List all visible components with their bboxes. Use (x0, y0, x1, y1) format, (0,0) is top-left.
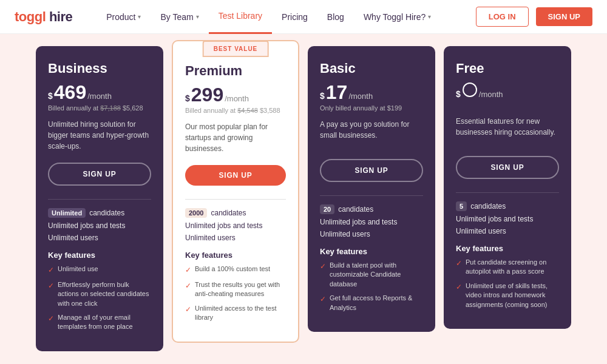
feature2-premium: Unlimited users (185, 234, 286, 242)
candidates-badge-basic: 20 (320, 204, 334, 214)
plan-card-basic: Basic $ 17 /month Only billed annually a… (308, 46, 435, 332)
price-period-premium: /month (225, 94, 249, 103)
plan-card-premium: BEST VALUE Premium $ 299 /month Billed a… (172, 40, 299, 343)
candidates-free: 5 candidates (456, 201, 559, 211)
chevron-down-icon: ▾ (428, 13, 431, 20)
price-row-basic: $ 17 /month (320, 83, 423, 102)
plan-desc-free: Essential features for new businesses hi… (456, 116, 559, 145)
chevron-down-icon: ▾ (196, 13, 199, 20)
check-icon: ✓ (320, 261, 326, 289)
plan-desc-basic: A pay as you go solution for small busin… (320, 119, 423, 148)
feature2-free: Unlimited users (456, 227, 559, 235)
price-dollar-premium: $ (185, 93, 190, 103)
billed-info-premium: Billed annually at $4,548 $3,588 (185, 107, 286, 114)
feature1-basic: Unlimited jobs and tests (320, 218, 423, 226)
price-period-free: /month (479, 90, 503, 99)
zero-circle-icon (463, 83, 477, 97)
plan-name-premium: Premium (185, 63, 286, 79)
check-premium-2: ✓ Trust the results you get with anti-ch… (185, 280, 286, 299)
check-business-1: ✓ Unlimited use (48, 265, 151, 275)
signup-button-basic[interactable]: SIGN UP (320, 159, 423, 182)
divider-free (456, 192, 559, 193)
nav-item-why[interactable]: Why Toggl Hire? ▾ (354, 0, 441, 34)
check-free-2: ✓ Unlimited use of skills tests, video i… (456, 281, 559, 309)
header-actions: LOG IN SIGN UP (476, 7, 592, 27)
check-icon: ✓ (185, 281, 191, 299)
divider-basic (320, 195, 423, 196)
price-dollar-free: $ (456, 89, 461, 99)
signup-button[interactable]: SIGN UP (536, 7, 592, 26)
candidates-premium: 2000 candidates (185, 208, 286, 218)
check-icon: ✓ (48, 281, 54, 308)
candidates-business: Unlimited candidates (48, 208, 151, 218)
feature1-business: Unlimited jobs and tests (48, 221, 151, 230)
chevron-down-icon: ▾ (138, 13, 141, 20)
nav-item-product[interactable]: Product ▾ (97, 0, 151, 34)
price-amount-basic: 17 (326, 83, 348, 102)
price-dollar-basic: $ (320, 91, 325, 101)
check-icon: ✓ (320, 294, 326, 312)
billed-info-business: Billed annually at $7,188 $5,628 (48, 104, 151, 112)
plan-desc-premium: Our most popular plan for startups and g… (185, 121, 286, 154)
best-value-badge: BEST VALUE (203, 41, 269, 57)
candidates-basic: 20 candidates (320, 204, 423, 214)
check-icon: ✓ (185, 265, 191, 275)
nav-item-pricing[interactable]: Pricing (272, 0, 317, 34)
key-features-title-free: Key features (456, 244, 559, 253)
login-button[interactable]: LOG IN (476, 7, 529, 27)
header: toggl hire Product ▾ By Team ▾ Test Libr… (0, 0, 607, 34)
nav-item-blog[interactable]: Blog (317, 0, 354, 34)
plan-card-free: Free $ /month Essential features for new… (444, 46, 571, 329)
plan-name-business: Business (48, 61, 151, 76)
price-dollar-business: $ (48, 91, 53, 101)
billed-info-basic: Only billed annually at $199 (320, 104, 423, 112)
plan-card-business: Business $ 469 /month Billed annually at… (36, 46, 163, 351)
check-icon: ✓ (48, 265, 54, 275)
price-period-basic: /month (348, 92, 373, 101)
feature2-business: Unlimited users (48, 234, 151, 242)
main-nav: Product ▾ By Team ▾ Test Library Pricing… (97, 0, 476, 34)
price-period-business: /month (87, 92, 112, 101)
key-features-title-basic: Key features (320, 247, 423, 256)
check-premium-1: ✓ Build a 100% custom test (185, 265, 286, 275)
check-business-3: ✓ Manage all of your email templates fro… (48, 313, 151, 332)
feature1-premium: Unlimited jobs and tests (185, 221, 286, 230)
check-icon: ✓ (185, 305, 191, 323)
price-amount-premium: 299 (191, 85, 223, 104)
check-business-2: ✓ Effortlessly perform bulk actions on s… (48, 280, 151, 308)
feature1-free: Unlimited jobs and tests (456, 215, 559, 223)
divider-business (48, 199, 151, 200)
candidates-badge-business: Unlimited (48, 208, 86, 218)
price-row-free: $ /month (456, 83, 559, 99)
price-row-business: $ 469 /month (48, 83, 151, 102)
logo[interactable]: toggl hire (15, 9, 72, 25)
candidates-badge-premium: 2000 (185, 208, 207, 218)
feature2-basic: Unlimited users (320, 230, 423, 238)
check-basic-2: ✓ Get full access to Reports & Analytics (320, 294, 423, 312)
check-free-1: ✓ Put candidate screening on autopilot w… (456, 258, 559, 277)
candidates-badge-free: 5 (456, 201, 467, 211)
pricing-container: Business $ 469 /month Billed annually at… (0, 34, 607, 364)
check-icon: ✓ (48, 314, 54, 332)
key-features-title-premium: Key features (185, 251, 286, 260)
billed-info-free (456, 101, 559, 109)
signup-button-premium[interactable]: SIGN UP (185, 165, 286, 186)
check-icon: ✓ (456, 258, 462, 277)
plan-desc-business: Unlimited hiring solution for bigger tea… (48, 119, 151, 152)
nav-item-byteam[interactable]: By Team ▾ (151, 0, 208, 34)
signup-button-free[interactable]: SIGN UP (456, 156, 559, 179)
signup-button-business[interactable]: SIGN UP (48, 163, 151, 186)
nav-item-testlibrary[interactable]: Test Library (209, 0, 272, 34)
price-row-premium: $ 299 /month (185, 85, 286, 104)
plan-name-free: Free (456, 61, 559, 76)
divider-premium (185, 199, 286, 200)
plan-name-basic: Basic (320, 61, 423, 76)
check-basic-1: ✓ Build a talent pool with customizable … (320, 261, 423, 289)
price-amount-business: 469 (54, 83, 86, 102)
key-features-title-business: Key features (48, 251, 151, 260)
check-icon: ✓ (456, 282, 462, 309)
check-premium-3: ✓ Unlimited access to the test library (185, 304, 286, 323)
